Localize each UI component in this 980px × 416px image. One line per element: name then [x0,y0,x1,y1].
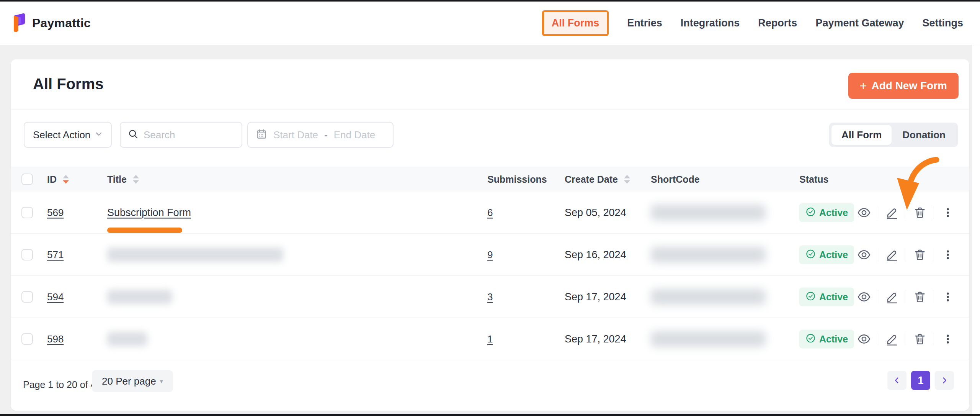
form-type-toggle: All Form Donation [829,123,958,147]
table-row: 569 Subscription Form 6 Sep 05, 2024 Act… [11,192,969,234]
caret-down-icon: ▾ [160,378,163,385]
next-page-button[interactable] [935,371,954,390]
edit-pencil-icon[interactable] [884,331,900,347]
action-divider [934,206,934,219]
edit-pencil-icon[interactable] [884,289,900,305]
view-eye-icon[interactable] [856,331,872,347]
page-summary: Page 1 to 20 of 4 [23,379,96,390]
header-shortcode: ShortCode [651,174,700,185]
sort-icon-create-date[interactable] [623,174,631,184]
submissions-count-link[interactable]: 9 [487,249,493,260]
header-title[interactable]: Title [107,174,127,185]
date-range-separator: - [324,129,328,141]
toggle-donation[interactable]: Donation [892,125,956,145]
create-date-value: Sep 17, 2024 [565,333,626,345]
nav-item-all-forms[interactable]: All Forms [542,10,609,36]
header-create-date[interactable]: Create Date [565,174,618,185]
form-title-redacted[interactable] [107,290,172,304]
nav-item-payment-gateway[interactable]: Payment Gateway [815,17,904,29]
row-checkbox[interactable] [21,333,33,345]
status-label: Active [819,207,848,218]
calendar-icon [256,128,267,141]
date-range-picker[interactable]: Start Date - End Date [247,122,394,148]
select-action-dropdown[interactable]: Select Action [24,122,112,148]
nav-item-entries[interactable]: Entries [627,17,662,29]
page-number-button[interactable]: 1 [911,371,930,390]
status-badge: Active [799,203,854,222]
toggle-all-form[interactable]: All Form [831,125,892,145]
add-new-form-label: Add New Form [871,80,947,92]
delete-trash-icon[interactable] [912,247,928,262]
shortcode-redacted [651,247,766,263]
form-id-link[interactable]: 569 [47,206,64,218]
edit-pencil-icon[interactable] [884,205,900,220]
action-divider [906,290,906,303]
filters-row: Select Action St [11,122,969,148]
header-status: Status [799,174,828,185]
table-header-row: ID Title Submissions Create Date [11,167,969,192]
form-id-link[interactable]: 598 [47,333,64,345]
delete-trash-icon[interactable] [912,289,928,305]
table-footer: Page 1 to 20 of 4 20 Per page ▾ 1 [11,360,969,410]
action-divider [878,206,878,219]
card-header: All Forms + Add New Form [11,59,969,110]
form-title-redacted[interactable] [107,247,283,262]
action-divider [878,332,878,346]
submissions-count-link[interactable]: 6 [487,206,493,218]
row-checkbox[interactable] [21,249,33,260]
page-title: All Forms [33,75,103,93]
submissions-count-link[interactable]: 1 [487,333,493,345]
check-circle-icon [805,333,816,345]
chevron-down-icon [94,129,103,140]
view-eye-icon[interactable] [856,205,872,220]
edit-pencil-icon[interactable] [884,247,900,262]
form-title-link[interactable]: Subscription Form [107,206,191,218]
more-kebab-icon[interactable] [940,205,956,220]
action-divider [878,290,878,303]
sort-icon-title[interactable] [132,174,140,184]
orange-underline-annotation [107,228,182,233]
status-label: Active [819,291,848,302]
action-divider [906,206,906,219]
form-id-link[interactable]: 594 [47,291,64,303]
nav-item-settings[interactable]: Settings [922,17,963,29]
sort-icon-id[interactable] [62,174,70,184]
header-submissions: Submissions [487,174,547,185]
search-input[interactable] [144,129,235,141]
delete-trash-icon[interactable] [912,331,928,347]
top-letterbox-bar [0,0,980,2]
row-checkbox[interactable] [21,207,33,218]
browser-scrollbar-track[interactable] [972,2,980,414]
action-divider [878,248,878,261]
main-nav: All Forms Entries Integrations Reports P… [542,10,963,36]
delete-trash-icon[interactable] [912,205,928,220]
select-action-label: Select Action [33,129,90,141]
row-checkbox[interactable] [21,291,33,303]
prev-page-button[interactable] [887,371,906,390]
more-kebab-icon[interactable] [940,331,956,347]
check-circle-icon [805,249,816,260]
form-id-link[interactable]: 571 [47,249,64,260]
header-id[interactable]: ID [47,174,57,185]
submissions-count-link[interactable]: 3 [487,291,493,303]
topbar: Paymattic All Forms Entries Integrations… [0,2,980,45]
shortcode-redacted [651,289,766,305]
nav-item-reports[interactable]: Reports [758,17,797,29]
per-page-dropdown[interactable]: 20 Per page ▾ [92,370,173,392]
view-eye-icon[interactable] [856,289,872,305]
select-all-checkbox[interactable] [21,174,33,185]
nav-item-integrations[interactable]: Integrations [681,17,740,29]
create-date-value: Sep 05, 2024 [565,206,626,218]
paymattic-all-forms-screen: Paymattic All Forms Entries Integrations… [0,0,980,416]
more-kebab-icon[interactable] [940,247,956,262]
start-date-placeholder[interactable]: Start Date [273,129,318,141]
end-date-placeholder[interactable]: End Date [334,129,375,141]
shortcode-redacted [651,205,766,221]
status-badge: Active [799,329,854,348]
add-new-form-button[interactable]: + Add New Form [848,73,959,99]
more-kebab-icon[interactable] [940,289,956,305]
search-field[interactable] [120,122,242,148]
form-title-redacted[interactable] [107,332,147,346]
view-eye-icon[interactable] [856,247,872,262]
create-date-value: Sep 16, 2024 [565,249,626,260]
